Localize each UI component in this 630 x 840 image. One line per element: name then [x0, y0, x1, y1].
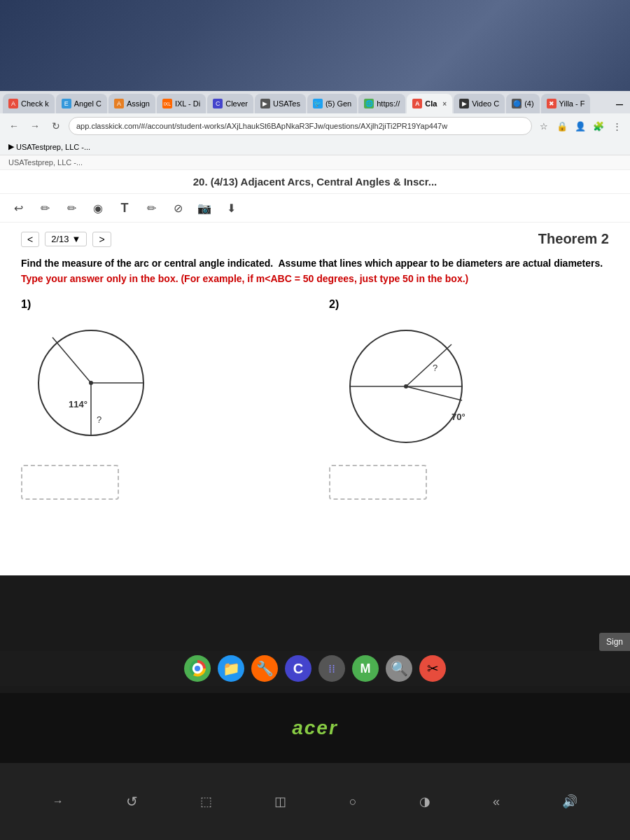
- problems-row: 1) 114°: [21, 298, 609, 500]
- tab-ixl-icon: IXL: [162, 99, 172, 108]
- toolbar-pen-button[interactable]: ✏: [141, 198, 161, 218]
- tab-check-label: Check k: [21, 99, 49, 108]
- tab-4-label: (4): [524, 99, 533, 108]
- star-icon[interactable]: ☆: [536, 118, 552, 134]
- toolbar-text-button[interactable]: T: [115, 198, 134, 218]
- problem-1-diagram: 114° ?: [21, 316, 161, 456]
- page-indicator: 2/13 ▼: [45, 232, 87, 246]
- tab-video-icon: ▶: [459, 99, 469, 108]
- top-bezel: [0, 0, 630, 91]
- toolbar-camera-button[interactable]: 📷: [195, 198, 214, 218]
- tab-clever-label: Clever: [225, 99, 248, 108]
- tab-clever[interactable]: C Clever: [207, 94, 253, 113]
- tab-https[interactable]: 🌐 https://: [358, 94, 405, 113]
- taskbar: 📁 🔧 C ⁞⁞ M 🔍 ✂ Sign: [0, 651, 630, 686]
- tab-check[interactable]: A Check k: [3, 94, 55, 113]
- problem-1-number: 1): [21, 298, 31, 311]
- extension-icon[interactable]: 🧩: [591, 118, 606, 134]
- key-volume[interactable]: 🔊: [562, 794, 578, 809]
- page-title-text: 20. (4/13) Adjacent Arcs, Central Angles…: [193, 176, 437, 188]
- settings-icon[interactable]: ⋮: [609, 118, 624, 134]
- svg-text:?: ?: [433, 363, 438, 373]
- tab-https-label: https://: [377, 99, 400, 108]
- svg-text:?: ?: [97, 414, 102, 425]
- svg-line-9: [406, 344, 451, 386]
- key-circle[interactable]: ○: [349, 794, 357, 809]
- tab-gen[interactable]: 🐦 (5) Gen: [307, 94, 357, 113]
- forward-button[interactable]: →: [27, 118, 43, 134]
- toolbar-marker-button[interactable]: ✏: [62, 198, 81, 218]
- svg-line-10: [406, 386, 462, 400]
- tab-ixl[interactable]: IXL IXL - Di: [157, 94, 206, 113]
- new-tab-button[interactable]: –: [612, 97, 627, 111]
- tab-yilla-label: Yilla - F: [559, 99, 585, 108]
- breadcrumb-text: USATestprep, LLC -...: [8, 158, 83, 167]
- taskbar-files-icon[interactable]: 📁: [218, 655, 244, 682]
- toolbar-download-button[interactable]: ⬇: [221, 198, 241, 218]
- taskbar-search-icon[interactable]: 🔍: [386, 655, 412, 682]
- address-bar-row: ← → ↻ ☆ 🔒 👤 🧩 ⋮: [0, 113, 630, 139]
- tab-assign-icon: A: [114, 99, 124, 108]
- instructions: Find the measure of the arc or central a…: [21, 255, 609, 287]
- browser-chrome: A Check k E Angel C A Assign IXL IXL - D…: [0, 91, 630, 155]
- key-refresh[interactable]: ↺: [126, 793, 138, 810]
- taskbar-c-icon[interactable]: C: [285, 655, 312, 682]
- tab-usatest[interactable]: ▶ USATes: [255, 94, 306, 113]
- tab-4[interactable]: 🔵 (4): [506, 94, 539, 113]
- problem-2: 2) ?: [329, 298, 609, 500]
- key-back-arrow[interactable]: «: [493, 794, 500, 809]
- tab-cla[interactable]: A Cla ×: [407, 94, 452, 113]
- problem-1: 1) 114°: [21, 298, 301, 500]
- sign-button[interactable]: Sign: [599, 633, 630, 651]
- address-input[interactable]: [69, 117, 532, 135]
- taskbar-m-icon[interactable]: M: [352, 655, 379, 682]
- instructions-red: Type your answer only in the box. (For e…: [21, 273, 468, 284]
- problem-1-answer-box[interactable]: [21, 465, 119, 500]
- browser-icons: ☆ 🔒 👤 🧩 ⋮: [536, 118, 624, 134]
- tab-angel-label: Angel C: [74, 99, 102, 108]
- key-power[interactable]: ◑: [419, 794, 430, 809]
- key-arrow[interactable]: →: [52, 795, 64, 808]
- navigation-row: < 2/13 ▼ > Theorem 2: [21, 231, 609, 247]
- toolbar-color-button[interactable]: ◉: [88, 198, 108, 218]
- problem-2-diagram: ? 70°: [329, 316, 469, 456]
- toolbar-pencil-button[interactable]: ✏: [35, 198, 55, 218]
- page-title: 20. (4/13) Adjacent Arcs, Central Angles…: [0, 170, 630, 194]
- toolbar-undo-button[interactable]: ↩: [8, 198, 28, 218]
- tab-yilla-icon: ✖: [547, 99, 556, 108]
- tab-gen-label: (5) Gen: [326, 99, 351, 108]
- key-square[interactable]: ⬚: [200, 794, 212, 809]
- refresh-button[interactable]: ↻: [48, 118, 64, 134]
- taskbar-apps-icon[interactable]: ⁞⁞: [318, 655, 345, 682]
- bookmark-usatestprep-icon: ▶: [8, 142, 14, 151]
- tab-cla-close-icon[interactable]: ×: [442, 100, 447, 108]
- theorem-label: Theorem 2: [538, 231, 609, 247]
- key-window[interactable]: ◫: [274, 794, 286, 809]
- tab-video[interactable]: ▶ Video C: [454, 94, 505, 113]
- taskbar-chrome-icon[interactable]: [184, 655, 211, 682]
- tab-4-icon: 🔵: [512, 99, 522, 108]
- back-button[interactable]: ←: [6, 118, 22, 134]
- profile-icon[interactable]: 👤: [573, 118, 588, 134]
- tab-check-icon: A: [8, 99, 18, 108]
- tab-assign[interactable]: A Assign: [108, 94, 155, 113]
- tab-angel[interactable]: E Angel C: [56, 94, 107, 113]
- page-indicator-text: 2/13: [51, 234, 69, 244]
- toolbar-erase-button[interactable]: ⊘: [168, 198, 188, 218]
- acer-logo: acer: [292, 717, 338, 739]
- svg-point-15: [195, 666, 200, 671]
- prev-page-button[interactable]: <: [21, 232, 39, 247]
- page-dropdown-icon[interactable]: ▼: [72, 234, 81, 244]
- bookmark-usatestprep[interactable]: ▶ USATestprep, LLC -...: [6, 141, 93, 152]
- tab-angel-icon: E: [62, 99, 71, 108]
- page-content: USATestprep, LLC -... 20. (4/13) Adjacen…: [0, 155, 630, 575]
- next-page-button[interactable]: >: [92, 232, 111, 247]
- tab-bar: A Check k E Angel C A Assign IXL IXL - D…: [0, 91, 630, 113]
- tab-video-label: Video C: [472, 99, 499, 108]
- tab-yilla[interactable]: ✖ Yilla - F: [541, 94, 591, 113]
- problem-2-number: 2): [329, 298, 339, 311]
- lock-icon: 🔒: [554, 118, 570, 134]
- taskbar-settings-icon[interactable]: 🔧: [251, 655, 278, 682]
- tab-https-icon: 🌐: [364, 99, 374, 108]
- taskbar-scissors-icon[interactable]: ✂: [419, 655, 446, 682]
